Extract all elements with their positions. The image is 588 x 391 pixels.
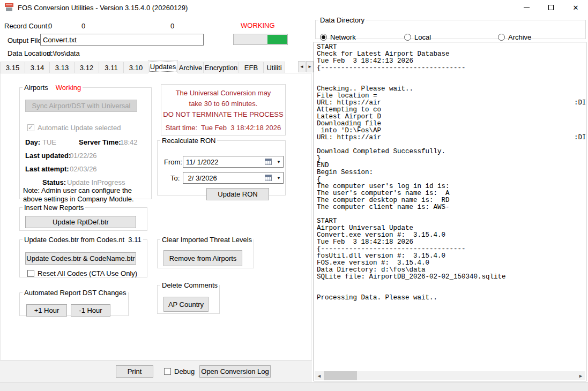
threat-levels-group: Clear Imported Threat Levels Remove from…	[157, 236, 254, 268]
tab-scroll-right-button[interactable]: ►	[306, 61, 314, 72]
open-conversion-log-button[interactable]: Open Conversion Log	[199, 365, 271, 378]
title-bar: FOS Conversion Utilities - Version 3.15.…	[0, 0, 588, 15]
last-attempt-value: 02/03/26	[70, 165, 97, 173]
footer-bar: Print Debug Open Conversion Log	[0, 360, 312, 382]
update-ron-button[interactable]: Update RON	[206, 188, 269, 200]
recalculate-ron-legend: Recalculate RON	[162, 137, 215, 145]
to-date-value: 2/ 3/2026	[186, 174, 217, 182]
data-location-label: Data Location:	[8, 49, 53, 57]
window-title: FOS Conversion Utilities - Version 3.15.…	[18, 4, 188, 12]
to-label: To:	[170, 174, 180, 182]
log-horizontal-scrollbar[interactable]: ◄ ►	[315, 371, 585, 380]
dst-changes-legend: Automated Report DST Changes	[24, 289, 126, 297]
progress-bar	[233, 34, 288, 45]
tab-updates[interactable]: Updates	[148, 60, 178, 73]
airports-working-label: Working	[56, 84, 81, 92]
working-status-label: WORKING	[241, 21, 275, 29]
update-codes-group: Update Codes.btr from Codes.nt 3.11 Upda…	[19, 236, 147, 277]
calendar-icon	[265, 159, 272, 165]
tab-3.11[interactable]: 3.11	[99, 62, 124, 73]
warning-line-3: DO NOT TERMINATE THE PROCESS	[161, 109, 285, 120]
from-date-picker[interactable]: 11/ 1/2022 ▼	[183, 156, 284, 168]
tab-3.14[interactable]: 3.14	[25, 62, 50, 73]
scrollbar-thumb[interactable]	[324, 371, 357, 380]
minimize-icon	[524, 7, 530, 8]
app-icon	[5, 3, 13, 12]
scroll-right-arrow[interactable]: ►	[576, 371, 585, 380]
update-codes-legend: Update Codes.btr from Codes.nt 3.11	[24, 236, 142, 244]
maximize-button[interactable]	[539, 0, 563, 15]
from-label: From:	[164, 158, 182, 166]
update-codes-button[interactable]: Update Codes.btr & CodeName.btr	[25, 252, 136, 265]
checkbox-icon	[164, 368, 171, 375]
scroll-left-arrow[interactable]: ◄	[315, 371, 324, 380]
tab-3.12[interactable]: 3.12	[74, 62, 99, 73]
delete-comments-group: Delete Comments AP Country	[157, 281, 220, 314]
delete-comments-legend: Delete Comments	[162, 281, 218, 289]
reset-all-codes-checkbox[interactable]: Reset All Codes (CTA Use Only)	[27, 269, 137, 277]
tab-efb[interactable]: EFB	[239, 62, 264, 73]
tab-scroll-right-icon: ►	[308, 64, 312, 69]
close-button[interactable]: ✕	[563, 0, 588, 15]
to-date-picker[interactable]: 2/ 3/2026 ▼	[183, 172, 284, 184]
tab-3.13[interactable]: 3.13	[49, 62, 75, 73]
radio-icon	[498, 34, 505, 41]
start-time-label: Start time: Tue Feb 3 18:42:18 2026	[161, 124, 285, 132]
last-updated-label: Last updated:	[25, 152, 71, 160]
warning-line-1: The Universal Conversion may	[161, 88, 285, 99]
record-count-value-3: 0	[170, 22, 174, 30]
tab-3.10[interactable]: 3.10	[123, 62, 148, 73]
auto-update-checkbox[interactable]: Automatic Update selected	[27, 124, 121, 132]
status-label: Status:	[42, 178, 66, 186]
from-date-value: 11/ 1/2022	[186, 158, 218, 166]
conversion-log: START Check for Latest Airport Database …	[317, 44, 585, 371]
output-file-label: Output File:	[8, 36, 43, 44]
record-count-value-2: 0	[81, 22, 85, 30]
window-bottom-strip	[0, 382, 588, 391]
day-label: Day:	[25, 138, 40, 146]
remove-from-airports-button[interactable]: Remove from Airports	[163, 250, 242, 266]
day-value: TUE	[42, 138, 56, 146]
update-rptdef-button[interactable]: Update RptDef.btr	[25, 216, 136, 228]
close-icon: ✕	[573, 4, 579, 11]
output-file-input[interactable]	[40, 34, 204, 46]
dropdown-arrow-icon: ▼	[277, 176, 281, 181]
conversion-warning-panel: The Universal Conversion may take 30 to …	[161, 84, 286, 136]
airports-group: AirportsWorking Sync Airport/DST with Un…	[19, 84, 152, 199]
tab-scroll-left-icon: ◄	[300, 64, 304, 69]
plus-one-hour-button[interactable]: +1 Hour	[26, 304, 67, 317]
dst-changes-group: Automated Report DST Changes +1 Hour -1 …	[19, 289, 129, 316]
radio-archive[interactable]: Archive	[498, 33, 531, 41]
progress-fill	[267, 35, 287, 44]
data-directory-group: Data Directory NetworkLocalArchive	[315, 16, 586, 39]
tab-archive[interactable]: Archive	[177, 62, 204, 73]
warning-line-2: take 30 to 60 minutes.	[161, 99, 285, 109]
recalculate-ron-group: Recalculate RON From: 11/ 1/2022 ▼ To: 2…	[157, 137, 286, 196]
auto-update-label: Automatic Update selected	[38, 124, 121, 132]
radio-local[interactable]: Local	[404, 33, 431, 41]
insert-new-reports-legend: Insert New Reports	[24, 204, 84, 212]
admin-note: Note: Admin user can configure the above…	[23, 186, 150, 204]
tab-3.15[interactable]: 3.15	[0, 62, 25, 73]
sync-airport-dst-button[interactable]: Sync Airport/DST with Universal	[25, 100, 137, 112]
fos-conversion-utilities-window: FOS Conversion Utilities - Version 3.15.…	[0, 0, 588, 391]
minus-one-hour-button[interactable]: -1 Hour	[71, 304, 110, 317]
ap-country-button[interactable]: AP Country	[163, 297, 209, 312]
radio-network[interactable]: Network	[320, 33, 356, 41]
tab-utiliti[interactable]: Utiliti	[263, 62, 285, 73]
calendar-icon	[265, 175, 272, 181]
data-directory-legend: Data Directory	[320, 16, 364, 24]
scroll-right-icon: ►	[578, 373, 583, 379]
airports-legend: Airports	[24, 84, 48, 92]
record-count-label: Record Count:	[4, 22, 49, 30]
insert-new-reports-group: Insert New Reports Update RptDef.btr	[19, 204, 147, 231]
tab-scroll-left-button[interactable]: ◄	[298, 61, 306, 72]
reset-all-codes-label: Reset All Codes (CTA Use Only)	[38, 269, 137, 277]
debug-checkbox[interactable]: Debug	[164, 367, 195, 375]
print-button[interactable]: Print	[116, 365, 153, 378]
radio-label: Archive	[508, 33, 531, 41]
conversion-log-box[interactable]: START Check for Latest Airport Database …	[314, 42, 586, 381]
record-count-value-1: 0	[48, 22, 52, 30]
tab-encryption[interactable]: Encryption	[203, 62, 239, 73]
minimize-button[interactable]	[514, 0, 539, 15]
